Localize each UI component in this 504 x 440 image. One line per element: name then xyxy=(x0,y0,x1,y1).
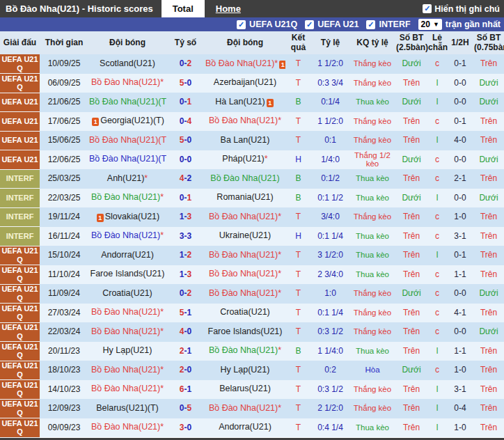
team-name[interactable]: Bồ Đào Nha(U21) xyxy=(209,269,278,278)
team-name[interactable]: Croatia(U21) xyxy=(220,307,270,317)
title-bar: Bồ Đào Nha(U21) - Historic scores Total … xyxy=(0,0,504,17)
filter-uefa-u21q-checkbox[interactable]: ✓ xyxy=(237,20,246,29)
odds-result-cell: Thua kèo xyxy=(349,169,395,189)
team-name[interactable]: Ba Lan(U21) xyxy=(221,135,270,145)
team-star-marker: * xyxy=(160,422,164,432)
team-name[interactable]: Bồ Đào Nha(U21) xyxy=(91,327,160,336)
team-name[interactable]: Slovakia(U21) xyxy=(105,212,160,221)
team-name[interactable]: Andorra(U21) xyxy=(219,422,271,432)
team-name[interactable]: Bồ Đào Nha(U21) xyxy=(91,384,160,393)
handicap-odds-cell: 0:3 1/2 xyxy=(311,380,349,400)
league-cell: UEFA U21 xyxy=(0,150,40,170)
odds-result-cell: Hòa xyxy=(349,361,395,380)
home-team-cell: Bồ Đào Nha(U21)* xyxy=(88,189,166,208)
league-cell: UEFA U21 xyxy=(0,93,40,112)
team-name[interactable]: Bồ Đào Nha(U21) xyxy=(91,230,160,240)
team-name[interactable]: Bồ Đào Nha(U21) xyxy=(209,403,278,413)
over-under-2-5-cell: Dưới xyxy=(395,150,427,170)
team-star-marker: * xyxy=(160,230,164,240)
tab-home[interactable]: Home xyxy=(205,0,252,17)
over-under-0-75-cell: Trên xyxy=(473,112,504,132)
over-under-2-5-cell: Trên xyxy=(395,342,427,361)
filter-interf-checkbox[interactable]: ✓ xyxy=(366,20,375,29)
home-team-cell: Bồ Đào Nha(U21)* xyxy=(88,418,166,438)
team-name[interactable]: Azerbaijan(U21) xyxy=(214,77,276,87)
show-notes-checkbox[interactable]: ✓ xyxy=(423,4,432,13)
team-star-marker: * xyxy=(278,116,281,125)
home-team-cell: Bồ Đào Nha(U21)* xyxy=(88,74,166,93)
team-name[interactable]: Bồ Đào Nha(U21)(T) xyxy=(89,97,166,107)
odd-even-cell: c xyxy=(427,207,447,227)
over-under-2-5-cell: Trên xyxy=(395,380,427,400)
away-team-cell: Bồ Đào Nha(U21)* xyxy=(205,246,285,265)
odd-even-cell: l xyxy=(427,131,447,150)
over-under-0-75-cell: Trên xyxy=(473,246,504,265)
team-name[interactable]: Bồ Đào Nha(U21) xyxy=(210,173,279,183)
first-half-score-cell: 3-1 xyxy=(447,227,473,246)
team-star-marker: * xyxy=(278,250,281,260)
team-name[interactable]: Georgia(U21)(T) xyxy=(100,116,164,125)
team-name[interactable]: Bồ Đào Nha(U21) xyxy=(209,116,278,125)
team-name[interactable]: Bồ Đào Nha(U21)(T) xyxy=(89,135,166,145)
first-half-score-cell: 4-1 xyxy=(447,304,473,323)
show-notes-label: Hiển thị ghi chú xyxy=(434,4,500,14)
match-row: INTERF19/11/241Slovakia(U21)1-3Bồ Đào Nh… xyxy=(0,207,504,227)
team-name[interactable]: Bồ Đào Nha(U21) xyxy=(209,212,278,221)
column-header: Giải đấu xyxy=(0,31,40,54)
match-row: UEFA U21 Q15/10/24Andorra(U21)1-2Bồ Đào … xyxy=(0,246,504,265)
over-under-0-75-cell: Trên xyxy=(473,54,504,74)
team-name[interactable]: Faroe Islands(U21) xyxy=(90,269,165,278)
tab-total[interactable]: Total xyxy=(162,0,205,17)
team-name[interactable]: Hà Lan(U21) xyxy=(215,97,265,107)
team-name[interactable]: Croatia(U21) xyxy=(102,288,152,298)
match-count-select[interactable]: 20 ▼ xyxy=(418,19,442,30)
odds-result-cell: Thắng kèo xyxy=(349,304,395,323)
team-name[interactable]: Bồ Đào Nha(U21) xyxy=(91,422,160,432)
team-star-marker: * xyxy=(160,307,164,317)
odds-result-cell: Thua kèo xyxy=(349,342,395,361)
team-name[interactable]: Belarus(U21) xyxy=(219,384,271,393)
result-cell: T xyxy=(285,74,311,93)
match-row: UEFA U2117/06/251Georgia(U21)(T)0-4Bồ Đà… xyxy=(0,112,504,132)
filter-uefa-u21-checkbox[interactable]: ✓ xyxy=(305,20,314,29)
over-under-0-75-cell: Trên xyxy=(473,418,504,438)
team-name[interactable]: Andorra(U21) xyxy=(101,250,154,260)
over-under-0-75-cell: Trên xyxy=(473,380,504,400)
team-name[interactable]: Bồ Đào Nha(U21)(T) xyxy=(89,154,166,164)
team-name[interactable]: Belarus(U21)(T) xyxy=(96,403,159,413)
match-row: INTERF25/03/25Anh(U21)*4-2Bồ Đào Nha(U21… xyxy=(0,169,504,189)
league-cell: UEFA U21 Q xyxy=(0,418,40,438)
team-name[interactable]: Hy Lạp(U21) xyxy=(221,365,270,375)
over-under-2-5-cell: Dưới xyxy=(395,93,427,112)
team-name[interactable]: Bồ Đào Nha(U21) xyxy=(91,77,160,87)
score-cell: 6-1 xyxy=(166,380,205,400)
team-name[interactable]: Scotland(U21) xyxy=(100,58,155,68)
column-header: Số BT (0.75bàn) xyxy=(473,31,504,54)
team-name[interactable]: Hy Lạp(U21) xyxy=(103,345,152,355)
team-name[interactable]: Anh(U21) xyxy=(107,173,145,183)
result-cell: T xyxy=(285,284,311,304)
red-card-icon: 1 xyxy=(92,118,99,126)
team-name[interactable]: Pháp(U21) xyxy=(222,154,264,164)
column-header: Thời gian xyxy=(40,31,88,54)
team-name[interactable]: Romania(U21) xyxy=(216,192,273,202)
table-header-row: Giải đấuThời gianĐội bóngTỷ sốĐội bóngKế… xyxy=(0,31,504,54)
date-cell: 10/09/25 xyxy=(40,54,88,74)
handicap-odds-cell: 0:1 1/4 xyxy=(311,227,349,246)
team-name[interactable]: Bồ Đào Nha(U21) xyxy=(209,288,278,298)
team-name[interactable]: Bồ Đào Nha(U21) xyxy=(205,58,274,68)
home-team-cell: Bồ Đào Nha(U21)* xyxy=(88,380,166,400)
team-name[interactable]: Bồ Đào Nha(U21) xyxy=(91,307,160,317)
handicap-odds-cell: 0:1/2 xyxy=(311,169,349,189)
match-row: UEFA U21 Q06/09/25Bồ Đào Nha(U21)*5-0Aze… xyxy=(0,74,504,93)
team-name[interactable]: Bồ Đào Nha(U21) xyxy=(209,345,278,355)
team-name[interactable]: Bồ Đào Nha(U21) xyxy=(91,365,160,375)
team-name[interactable]: Bồ Đào Nha(U21) xyxy=(209,250,278,260)
team-name[interactable]: Ukraine(U21) xyxy=(219,230,271,240)
score-cell: 3-3 xyxy=(166,227,205,246)
team-name[interactable]: Bồ Đào Nha(U21) xyxy=(91,192,160,202)
over-under-0-75-cell: Trên xyxy=(473,227,504,246)
league-cell: UEFA U21 Q xyxy=(0,74,40,93)
team-name[interactable]: Faroe Islands(U21) xyxy=(208,327,283,336)
handicap-odds-cell: 1 1/2:0 xyxy=(311,54,349,74)
